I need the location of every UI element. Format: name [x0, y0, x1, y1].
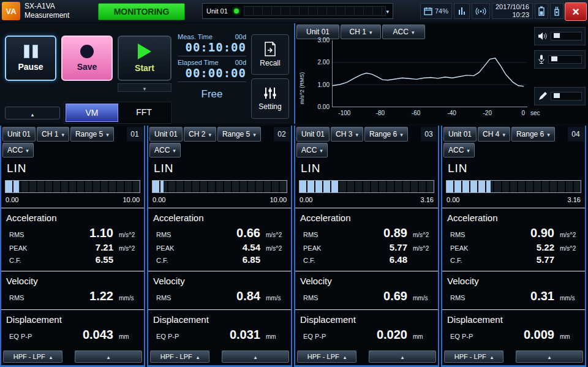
rms-row: RMS 0.66 m/s^2 — [153, 226, 286, 240]
level-meter-ticks — [153, 181, 287, 192]
range-select[interactable]: Range 6 — [364, 127, 408, 142]
cf-row: C.F. 6.55 — [6, 254, 139, 265]
mic-slider[interactable] — [548, 55, 582, 64]
unit-select[interactable]: Unit 01 — [296, 127, 330, 142]
speaker-icon — [538, 32, 548, 40]
displacement-value: 0.020 — [335, 328, 407, 342]
peak-unit: m/s^2 — [260, 245, 286, 252]
collapse-controls-button[interactable] — [5, 107, 60, 119]
slider-handle[interactable] — [551, 56, 557, 61]
level-meter-ticks — [6, 181, 140, 192]
mic-level-control[interactable] — [534, 50, 586, 69]
rms-unit: m/s^2 — [260, 232, 286, 238]
collapse-panel-button[interactable] — [369, 350, 436, 363]
peak-value: 5.77 — [335, 242, 407, 252]
panel-header: Unit 01 CH 2 Range 5 02 — [148, 126, 291, 142]
signal-select[interactable]: ACC — [149, 143, 181, 157]
monitoring-button[interactable]: MONITORING — [98, 3, 185, 20]
hpf-lpf-button[interactable]: HPF - LPF — [444, 350, 503, 363]
record-icon — [80, 45, 94, 58]
peak-value: 5.22 — [482, 242, 554, 252]
speaker-volume-control[interactable] — [534, 27, 586, 45]
displacement-label: EQ P-P — [300, 333, 335, 340]
elapsed-time-days: 00d — [235, 59, 246, 66]
range-select[interactable]: Range 6 — [511, 127, 555, 142]
volume-slider[interactable] — [551, 32, 582, 40]
channel-label: CH 1 — [42, 130, 58, 138]
acceleration-section: Acceleration RMS 0.90 m/s^2 PEAK 5.22 m/… — [442, 208, 585, 271]
collapse-panel-button[interactable] — [222, 350, 289, 363]
range-select[interactable]: Range 5 — [70, 127, 114, 142]
channel-panel: Unit 01 CH 2 Range 5 02 ACC LIN 0.00 10.… — [147, 126, 292, 367]
velocity-section: Velocity RMS 0.84 mm/s — [148, 271, 291, 309]
waveform-panel: Unit 01 CH 1 ACC m/s^2 (RMS) 3.00 2.00 1… — [294, 23, 588, 124]
displacement-section: Displacement EQ P-P 0.043 mm — [1, 309, 144, 348]
chevron-down-icon — [369, 28, 372, 36]
annotate-control[interactable] — [534, 87, 586, 105]
channel-select[interactable]: CH 2 — [184, 127, 216, 142]
section-title: Displacement — [153, 314, 286, 325]
microphone-icon — [538, 55, 545, 64]
chevron-down-icon — [547, 130, 550, 138]
unit-select[interactable]: Unit 01 — [443, 127, 477, 142]
unit-label: Unit 01 — [7, 130, 31, 138]
collapse-panel-button[interactable] — [516, 350, 583, 363]
start-options-button[interactable] — [118, 83, 172, 92]
range-select[interactable]: Range 5 — [217, 127, 261, 142]
chevron-up-icon — [344, 353, 347, 360]
chevron-down-icon — [106, 130, 109, 138]
slider-handle[interactable] — [554, 33, 560, 38]
signal-label: ACC — [154, 146, 170, 154]
displacement-row: EQ P-P 0.009 mm — [447, 328, 580, 342]
meter-scale: 0.00 10.00 — [148, 194, 291, 208]
chart-channel-select[interactable]: CH 1 — [341, 25, 381, 39]
datetime-display: 2017/10/16 10:23 — [492, 3, 533, 19]
recall-label: Recall — [260, 59, 280, 67]
start-button[interactable]: Start — [118, 36, 172, 81]
pen-slider[interactable] — [551, 92, 582, 100]
pause-button[interactable]: Pause — [5, 36, 56, 81]
displacement-value: 0.009 — [482, 328, 554, 342]
collapse-panel-button[interactable] — [75, 350, 142, 363]
setting-button[interactable]: Setting — [251, 78, 289, 119]
chevron-up-icon — [50, 353, 53, 360]
store-mode-label: Free — [178, 88, 246, 100]
unit-select[interactable]: Unit 01 — [2, 127, 36, 142]
close-icon — [572, 6, 579, 18]
scale-type-label: LIN — [1, 157, 144, 176]
hpf-lpf-button[interactable]: HPF - LPF — [3, 350, 62, 363]
scale-min-label: 0.00 — [300, 196, 312, 203]
chevron-down-icon — [467, 146, 470, 154]
status-tray: 74% 2017/10/16 10:23 — [420, 2, 564, 20]
recall-button[interactable]: Recall — [251, 34, 289, 75]
panel-footer: HPF - LPF — [442, 348, 585, 365]
channel-select[interactable]: CH 4 — [478, 127, 510, 142]
channel-select[interactable]: CH 1 — [37, 127, 69, 142]
chart-signal-select[interactable]: ACC — [382, 25, 425, 39]
slider-handle[interactable] — [554, 93, 560, 98]
setting-icon — [263, 86, 277, 100]
close-button[interactable] — [565, 2, 587, 21]
hpf-lpf-button[interactable]: HPF - LPF — [297, 350, 356, 363]
signal-select[interactable]: ACC — [296, 143, 328, 157]
level-meter — [299, 180, 434, 193]
unit-label: Unit 01 — [206, 7, 228, 15]
channel-select[interactable]: CH 3 — [331, 127, 363, 142]
wireless-icon — [475, 7, 486, 15]
meas-time-label: Meas. Time — [178, 33, 213, 40]
signal-select[interactable]: ACC — [443, 143, 475, 157]
peak-value: 4.54 — [188, 242, 260, 252]
y-axis-ticks: 3.00 2.00 1.00 0.00 — [309, 37, 330, 110]
unit-level-indicator[interactable]: Unit 01 — [202, 3, 393, 19]
section-title: Acceleration — [153, 213, 286, 223]
unit-select[interactable]: Unit 01 — [149, 127, 183, 142]
tab-fft[interactable]: FFT — [118, 104, 170, 121]
save-button[interactable]: Save — [61, 36, 113, 81]
displacement-unit: mm — [260, 333, 286, 340]
tab-vm[interactable]: VM — [66, 104, 118, 122]
hpf-lpf-button[interactable]: HPF - LPF — [150, 350, 209, 363]
chevron-up-icon — [254, 353, 257, 360]
signal-select[interactable]: ACC — [2, 143, 34, 157]
peak-unit: m/s^2 — [113, 245, 139, 252]
section-title: Acceleration — [447, 213, 580, 223]
